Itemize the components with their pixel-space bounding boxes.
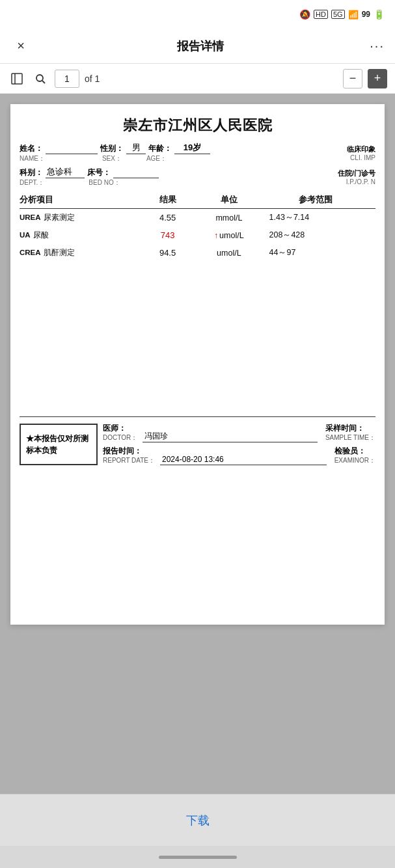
dept-value: 急诊科	[46, 166, 85, 178]
unit-value: umol/L	[217, 249, 241, 258]
bed-value	[113, 168, 159, 178]
unit-cell: mmol/L	[191, 209, 266, 227]
extra-cell	[364, 244, 375, 262]
unit-cell: umol/L	[191, 244, 266, 262]
result-cell: 94.5	[144, 244, 191, 262]
page-title: 报告详情	[177, 38, 224, 54]
result-value: 743	[161, 230, 175, 240]
col-header-unit: 单位	[191, 191, 266, 209]
svg-line-3	[42, 81, 45, 83]
abnormal-arrow-icon: ↑	[214, 231, 218, 240]
report-footer: ★本报告仅对所测标本负责 医师： DOCTOR： 冯国珍 采样时间： SAMPL…	[20, 416, 375, 465]
unit-value: mmol/L	[215, 213, 242, 223]
reference-cell: 208～428	[267, 226, 364, 244]
sample-time-label-en: SAMPLE TIME：	[325, 433, 375, 442]
name-value	[46, 144, 98, 154]
close-button[interactable]: ×	[10, 38, 31, 53]
unit-cell: ↑umol/L	[191, 226, 266, 244]
hd-badge: HD	[314, 10, 328, 19]
svg-point-2	[36, 75, 43, 81]
sample-time-label-cn: 采样时间：	[325, 424, 375, 433]
table-row: UREA尿素测定4.55mmol/L1.43～7.14	[20, 209, 375, 227]
document-area: 崇左市江州区人民医院 姓名： 性别： 男 年龄： 19岁 临床印象 NAME： …	[0, 94, 395, 794]
item-cell: UREA尿素测定	[20, 209, 144, 227]
search-icon[interactable]	[31, 70, 49, 88]
doctor-value: 冯国珍	[143, 431, 318, 442]
empty-space	[20, 262, 375, 405]
report-date-label-en: REPORT DATE：	[103, 456, 155, 465]
download-bar: 下载	[0, 794, 395, 846]
item-code: UA	[20, 231, 31, 239]
item-cell: CREA肌酐测定	[20, 244, 144, 262]
reference-cell: 44～97	[267, 244, 364, 262]
table-row: CREA肌酐测定94.5umol/L44～97	[20, 244, 375, 262]
extra-cell	[364, 209, 375, 227]
col-header-reference: 参考范围	[267, 191, 364, 209]
reference-cell: 1.43～7.14	[267, 209, 364, 227]
svg-rect-0	[12, 74, 22, 84]
result-value: 94.5	[159, 248, 176, 258]
item-code: UREA	[20, 213, 41, 221]
patient-info-row2-en: DEPT.： BED NO： I.P./O.P. N	[20, 178, 375, 187]
table-row: UA尿酸743↑umol/L208～428	[20, 226, 375, 244]
patient-info-row1-en: NAME： SEX： AGE： CLI. IMP	[20, 154, 375, 163]
mute-icon: 🔕	[299, 9, 310, 20]
extra-cell	[364, 226, 375, 244]
item-name: 尿素测定	[44, 213, 75, 222]
status-bar: 🔕 HD 5G 📶 99 🔋	[0, 0, 395, 29]
examiner-label-en: EXAMINOR：	[334, 456, 375, 465]
page-total-label: of 1	[85, 74, 100, 84]
patient-info-row2: 科别： 急诊科 床号： 住院/门诊号	[20, 166, 375, 178]
patient-info-row1: 姓名： 性别： 男 年龄： 19岁 临床印象	[20, 142, 375, 154]
reference-value: 208～428	[269, 230, 305, 239]
reference-value: 44～97	[269, 248, 296, 257]
item-name: 尿酸	[33, 230, 49, 239]
report-date-row: 报告时间： REPORT DATE： 2024-08-20 13:46 检验员：…	[103, 446, 375, 465]
doctor-row: 医师： DOCTOR： 冯国珍 采样时间： SAMPLE TIME：	[103, 424, 375, 442]
zoom-out-button[interactable]: −	[343, 69, 362, 88]
col-header-extra	[364, 191, 375, 209]
page-number-input[interactable]	[55, 70, 79, 88]
disclaimer-text: ★本报告仅对所测标本负责	[26, 433, 91, 456]
disclaimer-box: ★本报告仅对所测标本负责	[20, 424, 98, 465]
more-button[interactable]: ···	[370, 38, 385, 53]
dept-label-cn: 科别：	[20, 167, 43, 178]
zoom-in-button[interactable]: +	[368, 69, 387, 88]
item-name: 肌酐测定	[44, 248, 75, 257]
report-paper: 崇左市江州区人民医院 姓名： 性别： 男 年龄： 19岁 临床印象 NAME： …	[10, 104, 385, 625]
status-icons: 🔕 HD 5G 📶 99 🔋	[299, 9, 385, 20]
signal-bars-icon: 📶	[348, 10, 359, 20]
report-table: 分析项目 结果 单位 参考范围 UREA尿素测定4.55mmol/L1.43～7…	[20, 191, 375, 262]
footer-info: 医师： DOCTOR： 冯国珍 采样时间： SAMPLE TIME： 报告时间：…	[103, 424, 375, 465]
bookmark-icon[interactable]	[8, 70, 26, 88]
gender-value: 男	[126, 142, 146, 154]
item-cell: UA尿酸	[20, 226, 144, 244]
toolbar: of 1 − +	[0, 64, 395, 94]
reference-value: 1.43～7.14	[269, 213, 310, 222]
result-value: 4.55	[159, 213, 176, 223]
report-date-value: 2024-08-20 13:46	[160, 455, 327, 465]
hospital-name: 崇左市江州区人民医院	[20, 116, 375, 135]
col-header-result: 结果	[144, 191, 191, 209]
examiner-label-cn: 检验员：	[334, 446, 375, 456]
battery-icon: 🔋	[374, 9, 385, 20]
result-cell: 4.55	[144, 209, 191, 227]
signal-5g: 5G	[331, 10, 345, 19]
age-value: 19岁	[174, 142, 210, 154]
home-bar	[159, 856, 237, 859]
report-date-label-cn: 报告时间：	[103, 446, 155, 456]
col-header-item: 分析项目	[20, 191, 144, 209]
result-cell: 743	[144, 226, 191, 244]
unit-value: umol/L	[219, 231, 244, 240]
download-button[interactable]: 下载	[186, 813, 210, 828]
nav-bar: × 报告详情 ···	[0, 29, 395, 64]
battery-level: 99	[362, 10, 370, 19]
item-code: CREA	[20, 249, 41, 256]
home-indicator	[0, 846, 395, 868]
name-en: NAME：	[20, 154, 45, 163]
doctor-label-en: DOCTOR：	[103, 433, 137, 442]
doctor-label-cn: 医师：	[103, 424, 137, 433]
name-label-cn: 姓名：	[20, 143, 43, 154]
